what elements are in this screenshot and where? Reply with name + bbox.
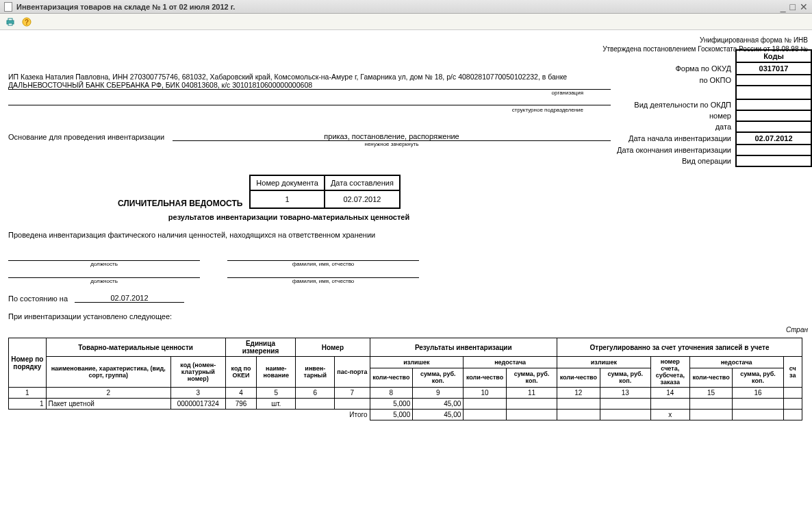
docdate-col-label: Дата составления [325,175,400,190]
end-date-label: Дата окончания инвентаризации [613,144,736,155]
doc-number-block: СЛИЧИТЕЛЬНАЯ ВЕДОМОСТЬ Номер документа Д… [8,175,808,221]
close-button[interactable]: ✕ [800,1,808,12]
th-shortage2: недостача [689,357,783,368]
struct-caption: структурное подразделение [8,107,611,113]
main-title: СЛИЧИТЕЛЬНАЯ ВЕДОМОСТЬ [118,175,250,208]
svg-rect-1 [8,18,12,21]
th-surplus2: излишек [557,357,651,368]
date-label: дата [613,121,736,132]
data-row: 1 Пакет цветной 00000017324 796 шт. 5,00… [9,399,802,410]
intro-text: Проведена инвентаризация фактического на… [8,231,808,239]
th-surplus1: излишек [370,357,464,368]
state-value: 02.07.2012 [75,294,184,303]
th-passport: пас-порта [335,357,370,388]
codes-header: Коды [736,50,811,62]
number-label: номер [613,110,736,121]
th-nomcode: код (номен-клатурный номер) [170,357,225,388]
th-acc: номер счета, субсчета, заказа [650,357,689,388]
th-shortage1: недостача [464,357,557,368]
document-content[interactable]: Унифицированная форма № ИНВ Утверждена п… [0,30,812,528]
docnum-col-label: Номер документа [250,175,325,190]
titlebar: Инвентаризация товаров на складе № 1 от … [0,0,812,14]
org-caption: организация [8,90,611,96]
basis-row: Основание для проведения инвентаризации … [8,132,611,141]
th-unit: Единица измерения [225,338,296,357]
op-type-label: Вид операции [613,155,736,166]
th-name: наименование, характеристика, (вид, сорт… [46,357,170,388]
fio-caption2: фамилия, имя, отчество [227,278,419,284]
end-date-value [736,144,811,155]
op-type-value [736,155,811,166]
org-block: ИП Казека Наталия Павловна, ИНН 27030077… [8,73,611,113]
position-caption2: должность [8,278,200,284]
okud-value: 0317017 [736,62,811,75]
sub-title: результатов инвентаризации товарно-матер… [63,213,515,221]
basis-caption: ненужное зачеркнуть [8,141,611,147]
th-unitname: наиме-нование [257,357,296,388]
state-row: По состоянию на 02.07.2012 [8,294,808,303]
okud-label: Форма по ОКУД [613,62,736,75]
basis-value: приказ, постановление, распоряжение [173,132,611,141]
document-icon [4,2,12,12]
okpo-label: по ОКПО [613,75,736,86]
minimize-button[interactable]: _ [781,1,786,12]
state-label: По состоянию на [8,294,68,303]
codes-box: Коды Форма по ОКУД0317017 по ОКПО Вид де… [613,49,812,167]
established-text: При инвентаризации установлено следующее… [8,312,808,320]
unified-form-label: Унифицированная форма № ИНВ [8,36,808,45]
start-date-value: 02.07.2012 [736,132,811,144]
number-value [736,110,811,121]
total-row: Итого 5,000 45,00 х [9,410,802,420]
page-label: Стран [8,326,808,334]
window-controls: _ □ ✕ [781,1,808,12]
codes-table: Коды Форма по ОКУД0317017 по ОКПО Вид де… [613,49,812,167]
maximize-button[interactable]: □ [790,1,796,12]
okdp-label: Вид деятельности по ОКДП [613,99,736,110]
start-date-label: Дата начала инвентаризации [613,132,736,144]
th-results: Результаты инвентаризации [370,338,557,357]
okdp-value [736,99,811,110]
docnum-value: 1 [250,190,325,208]
date-value [736,121,811,132]
window-title: Инвентаризация товаров на складе № 1 от … [16,3,781,11]
svg-rect-2 [8,23,12,25]
inventory-table: Номер по порядку Товарно-материальные це… [8,338,802,420]
print-button[interactable] [4,16,16,28]
svg-text:?: ? [25,18,29,26]
org-line1: ИП Казека Наталия Павловна, ИНН 27030077… [8,73,611,81]
docdate-value: 02.07.2012 [325,190,400,208]
th-inv: инвен-тарный [296,357,335,388]
help-button[interactable]: ? [21,16,33,28]
th-adjusted: Отрегулированно за счет уточнения записе… [557,338,802,357]
th-okei: код по ОКЕИ [225,357,257,388]
toolbar: ? [0,14,812,30]
basis-label: Основание для проведения инвентаризации [8,133,164,141]
th-number: Номер [296,338,370,357]
position-caption1: должность [8,261,200,267]
th-tmc: Товарно-материальные ценности [46,338,225,357]
col-number-row: 1 2 3 4 5 6 7 8 9 10 11 12 13 14 15 16 [9,388,802,399]
okpo-value [736,75,811,86]
th-num: Номер по порядку [9,338,47,388]
org-line2: ДАЛЬНЕВОСТОЧНЫЙ БАНК СБЕРБАНКА РФ, БИК 0… [8,81,611,90]
fio-caption1: фамилия, имя, отчество [227,261,419,267]
